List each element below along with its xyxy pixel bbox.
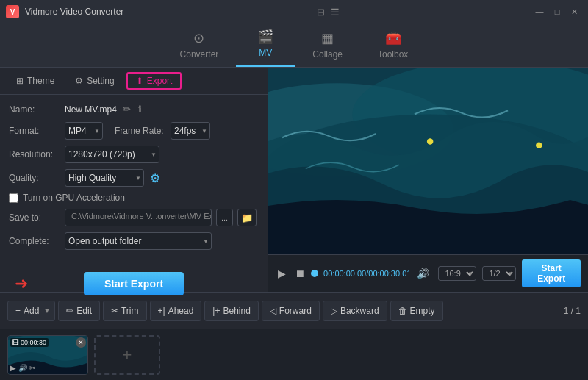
path-dots-button[interactable]: ... [216, 209, 233, 226]
quality-select[interactable]: High Quality Medium Quality Low Quality [65, 169, 144, 187]
right-panel: ▶ ⏹ 00:00:00.00/00:00:30.01 🔊 16:9 4:3 1… [268, 68, 588, 292]
maximize-button[interactable]: □ [550, 6, 564, 18]
forward-button[interactable]: ◁ Forward [262, 301, 320, 321]
titlebar-extra-icon-1[interactable]: ⊟ [317, 7, 325, 18]
panel-tab-theme[interactable]: ⊞ Theme [7, 73, 63, 89]
minimize-button[interactable]: — [532, 6, 547, 18]
quality-select-wrapper: High Quality Medium Quality Low Quality [65, 169, 144, 187]
backward-button[interactable]: ▷ Backward [323, 301, 387, 321]
framerate-select-wrapper: 24fps 30fps 60fps [171, 122, 210, 140]
tab-mv[interactable]: 🎬 MV [236, 23, 295, 67]
timeline-duration: 🎞 00:00:30 [10, 338, 49, 347]
format-row: Format: MP4 AVI MOV Frame Rate: 24fps 30… [9, 122, 259, 140]
resolution-select[interactable]: 1280x720 (720p) 1920x1080 (1080p) 3840x2… [65, 146, 159, 163]
titlebar: V Vidmore Video Converter ⊟ ☰ — □ ✕ [0, 0, 588, 24]
time-display: 00:00:00.00/00:00:30.01 [323, 269, 411, 278]
forward-icon: ◁ [270, 306, 276, 316]
format-select[interactable]: MP4 AVI MOV [65, 122, 103, 140]
tab-collage[interactable]: ▦ Collage [295, 24, 360, 67]
timeline: ✕ 🎞 00:00:30 ▶ 🔊 ✂ + [0, 329, 588, 380]
app-title: Vidmore Video Converter [25, 7, 123, 17]
theme-icon: ⊞ [16, 76, 24, 86]
video-controls: ▶ ⏹ 00:00:00.00/00:00:30.01 🔊 16:9 4:3 1… [268, 254, 588, 292]
export-form: Name: New MV.mp4 ✏ ℹ Format: MP4 AVI MOV [0, 95, 268, 257]
trash-icon: 🗑 [398, 306, 407, 316]
play-button[interactable]: ▶ [276, 265, 288, 282]
titlebar-extra-icon-2[interactable]: ☰ [331, 7, 340, 18]
progress-dot [311, 270, 318, 277]
svg-point-4 [427, 138, 433, 144]
path-container: C:\Vidmore\Vidmore V...onverter\MV Expor… [65, 209, 257, 226]
tab-converter[interactable]: ⊙ Converter [162, 24, 237, 67]
panel-tabs: ⊞ Theme ⚙ Setting ⬆ Export [0, 68, 268, 95]
stop-button[interactable]: ⏹ [294, 265, 306, 282]
folder-browse-button[interactable]: 📁 [237, 209, 257, 226]
volume-button[interactable]: 🔊 [417, 268, 429, 279]
export-icon: ⬆ [136, 76, 143, 86]
nav-tabs: ⊙ Converter 🎬 MV ▦ Collage 🧰 Toolbox [0, 24, 588, 68]
ratio-wrapper: 1/2 1/1 1/4 [482, 266, 516, 281]
name-row: Name: New MV.mp4 ✏ ℹ [9, 102, 259, 116]
backward-icon: ▷ [331, 306, 337, 316]
tab-toolbox[interactable]: 🧰 Toolbox [360, 24, 426, 67]
timeline-controls: ▶ 🔊 ✂ [10, 364, 35, 372]
video-area [268, 68, 588, 254]
video-svg [268, 68, 588, 254]
saveto-row: Save to: C:\Vidmore\Vidmore V...onverter… [9, 209, 259, 226]
quality-row: Quality: High Quality Medium Quality Low… [9, 169, 259, 187]
aspect-wrapper: 16:9 4:3 1:1 [438, 266, 476, 281]
video-start-export-button[interactable]: Start Export [522, 259, 581, 287]
timeline-add-button[interactable]: + [94, 335, 160, 375]
setting-icon: ⚙ [75, 76, 83, 86]
tl-volume-icon[interactable]: 🔊 [18, 364, 27, 372]
timeline-close-button[interactable]: ✕ [76, 337, 86, 348]
main-content: ⊞ Theme ⚙ Setting ⬆ Export Name: New MV.… [0, 68, 588, 292]
complete-select[interactable]: Open output folder Do nothing [65, 232, 212, 250]
start-export-section: ➜ Start Export [0, 257, 268, 310]
converter-icon: ⊙ [193, 30, 204, 46]
quality-settings-icon[interactable]: ⚙ [150, 171, 160, 185]
edit-name-button[interactable]: ✏ [121, 102, 132, 116]
video-preview [268, 68, 588, 254]
svg-point-5 [536, 143, 542, 148]
ratio-select[interactable]: 1/2 1/1 1/4 [482, 266, 516, 281]
mv-icon: 🎬 [257, 29, 273, 45]
gpu-checkbox[interactable] [9, 193, 18, 203]
complete-select-wrapper: Open output folder Do nothing [65, 232, 212, 250]
left-panel: ⊞ Theme ⚙ Setting ⬆ Export Name: New MV.… [0, 68, 268, 292]
add-plus-icon: + [123, 345, 132, 365]
resolution-row: Resolution: 1280x720 (720p) 1920x1080 (1… [9, 146, 259, 163]
page-indicator: 1 / 1 [564, 306, 581, 316]
toolbox-icon: 🧰 [385, 30, 401, 46]
aspect-select[interactable]: 16:9 4:3 1:1 [438, 266, 476, 281]
tl-scissors-icon[interactable]: ✂ [29, 364, 35, 372]
info-button[interactable]: ℹ [137, 102, 143, 116]
collage-icon: ▦ [321, 30, 334, 46]
film-icon: 🎞 [12, 339, 19, 346]
complete-row: Complete: Open output folder Do nothing [9, 232, 259, 250]
start-export-button[interactable]: Start Export [84, 272, 184, 295]
panel-tab-export[interactable]: ⬆ Export [126, 72, 182, 90]
panel-tab-setting[interactable]: ⚙ Setting [66, 73, 123, 89]
gpu-row: Turn on GPU Acceleration [9, 193, 259, 203]
arrow-indicator: ➜ [15, 274, 28, 293]
app-icon: V [6, 5, 19, 18]
format-select-wrapper: MP4 AVI MOV [65, 122, 103, 140]
timeline-item[interactable]: ✕ 🎞 00:00:30 ▶ 🔊 ✂ [7, 335, 88, 375]
close-button[interactable]: ✕ [567, 6, 582, 18]
tl-play-icon[interactable]: ▶ [10, 364, 16, 372]
resolution-select-wrapper: 1280x720 (720p) 1920x1080 (1080p) 3840x2… [65, 146, 159, 163]
empty-button[interactable]: 🗑 Empty [390, 301, 443, 321]
framerate-select[interactable]: 24fps 30fps 60fps [171, 122, 210, 140]
